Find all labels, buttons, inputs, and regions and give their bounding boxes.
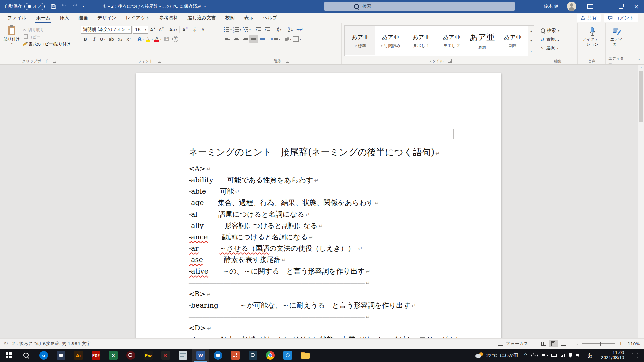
paragraph-dialog-launcher[interactable] xyxy=(286,59,289,63)
style-item-1[interactable]: あア亜↵行間詰め xyxy=(375,26,406,56)
avatar[interactable] xyxy=(567,2,576,11)
subscript-button[interactable]: x₂ xyxy=(116,35,124,43)
style-item-3[interactable]: あア亜見出し 2 xyxy=(436,26,467,56)
tray-cloud-button[interactable] xyxy=(529,354,540,357)
bullets-dropdown-icon[interactable]: ▾ xyxy=(230,28,232,31)
clear-formatting-button[interactable]: A◇ xyxy=(181,25,190,34)
tab-7[interactable]: 差し込み文書 xyxy=(183,13,221,23)
italic-button[interactable]: I xyxy=(90,35,98,43)
taskbar-app-explorer[interactable] xyxy=(297,349,314,362)
clock[interactable]: 11:03 2021/08/13 xyxy=(597,350,628,360)
tab-8[interactable]: 校閲 xyxy=(221,13,239,23)
search-box[interactable]: 検索 xyxy=(324,2,515,11)
taskbar-app-k-app[interactable]: K xyxy=(157,349,174,362)
taskbar-app-excel[interactable]: X xyxy=(105,349,122,362)
comments-button[interactable]: コメント xyxy=(604,14,638,22)
undo-button[interactable] xyxy=(61,4,67,9)
redo-button[interactable] xyxy=(72,4,78,9)
numbering-button[interactable]: 123▾ xyxy=(232,25,242,34)
taskbar-app-edge[interactable]: e xyxy=(35,349,52,362)
grow-font-button[interactable]: A▴ xyxy=(148,25,157,34)
styles-scroll-up-icon[interactable]: ▴ xyxy=(528,26,534,36)
enclose-characters-button[interactable]: A xyxy=(199,25,207,34)
numbering-dropdown-icon[interactable]: ▾ xyxy=(240,28,241,31)
bold-button[interactable]: B xyxy=(81,35,90,43)
taskbar-app-capture[interactable] xyxy=(244,349,262,362)
line-spacing-dropdown-icon[interactable]: ▾ xyxy=(279,38,280,41)
styles-expand-icon[interactable]: ▾ xyxy=(528,46,534,56)
style-item-4[interactable]: あア亜表題 xyxy=(467,26,497,56)
style-item-0[interactable]: あア亜↵標準 xyxy=(345,26,375,56)
styles-scroll-down-icon[interactable]: ▾ xyxy=(528,36,534,46)
multilevel-list-button[interactable]: ▾ xyxy=(242,25,251,34)
select-button[interactable]: ↖選択▾ xyxy=(541,44,575,52)
text-effects-button[interactable]: A▾ xyxy=(136,35,145,43)
zoom-slider-thumb[interactable] xyxy=(600,342,601,346)
paste-button[interactable]: 貼り付け ▾ xyxy=(3,26,21,47)
tab-10[interactable]: ヘルプ xyxy=(258,13,282,23)
close-button[interactable]: × xyxy=(629,0,644,13)
tray-volume-button[interactable] xyxy=(574,353,583,357)
taskbar-app-chat[interactable] xyxy=(209,349,227,362)
borders-button[interactable]: ▾ xyxy=(292,35,302,43)
action-center-button[interactable] xyxy=(628,349,642,362)
taskbar-app-pdf[interactable]: PDF xyxy=(87,349,105,362)
tray-wifi-button[interactable] xyxy=(559,354,567,357)
asian-layout-button[interactable]: ⇄A▾ xyxy=(275,25,283,34)
clipboard-dialog-launcher[interactable] xyxy=(53,59,56,63)
scroll-up-icon[interactable]: ▴ xyxy=(638,65,644,70)
focus-mode-button[interactable]: フォーカス xyxy=(498,341,528,347)
cut-button[interactable]: ✂切り取り xyxy=(23,27,70,33)
ext-format-dropdown-icon[interactable]: ▾ xyxy=(280,28,281,31)
taskbar-app-start[interactable] xyxy=(0,349,17,362)
taskbar-app-code-app[interactable] xyxy=(52,349,70,362)
multilevel-dropdown-icon[interactable]: ▾ xyxy=(249,28,251,31)
justify-button[interactable] xyxy=(249,35,258,43)
customize-qat-chevron-icon[interactable]: ▾ xyxy=(83,5,84,8)
font-size-combo[interactable]: 16▾ xyxy=(133,26,148,34)
scrollbar-thumb[interactable] xyxy=(639,71,643,122)
collapse-ribbon-icon[interactable]: ^ xyxy=(638,59,641,63)
font-family-combo[interactable]: 游明朝 (本文のフォン▾ xyxy=(81,26,132,34)
tab-4[interactable]: デザイン xyxy=(93,13,121,23)
borders-dropdown-icon[interactable]: ▾ xyxy=(300,38,301,41)
editor-button[interactable]: エディター xyxy=(608,27,625,47)
shading-button[interactable]: ▾ xyxy=(284,35,292,43)
taskbar-app-search[interactable] xyxy=(17,349,35,362)
zoom-out-button[interactable]: - xyxy=(576,341,578,347)
show-marks-button[interactable]: →↵ xyxy=(295,25,304,34)
taskbar-app-word[interactable]: W xyxy=(192,349,209,362)
strikethrough-button[interactable]: ab xyxy=(107,35,116,43)
format-painter-button[interactable]: 書式のコピー/貼り付け xyxy=(23,41,70,47)
tab-9[interactable]: 表示 xyxy=(239,13,258,23)
find-button[interactable]: 検索▾ xyxy=(541,27,575,34)
autosave-pill[interactable]: オフ xyxy=(24,3,45,10)
superscript-button[interactable]: x² xyxy=(124,35,133,43)
font-color-dropdown-icon[interactable]: ▾ xyxy=(160,38,161,41)
tab-2[interactable]: 挿入 xyxy=(55,13,74,23)
show-desktop-button[interactable] xyxy=(642,349,644,362)
status-doc-info[interactable]: ①－2：後ろにつける接尾辞: 約 1,984 文字 xyxy=(4,341,90,347)
highlight-dropdown-icon[interactable]: ▾ xyxy=(151,38,153,41)
zoom-slider[interactable] xyxy=(582,343,615,344)
phonetic-guide-button[interactable]: ア亜 xyxy=(190,25,199,34)
align-center-button[interactable] xyxy=(232,35,240,43)
vertical-scrollbar[interactable]: ▴ xyxy=(638,65,644,338)
web-layout-button[interactable] xyxy=(559,340,568,347)
character-shading-button[interactable]: A xyxy=(162,35,171,43)
distribute-button[interactable] xyxy=(258,35,267,43)
align-left-button[interactable] xyxy=(223,35,232,43)
tab-6[interactable]: 参考資料 xyxy=(155,13,183,23)
taskbar-app-chrome[interactable] xyxy=(262,349,279,362)
shading-dropdown-icon[interactable]: ▾ xyxy=(290,38,291,41)
shrink-font-button[interactable]: A▾ xyxy=(157,25,166,34)
line-spacing-button[interactable]: ⇅▾ xyxy=(270,35,281,43)
dictate-button[interactable]: ディクテーション xyxy=(580,27,604,47)
user-name[interactable]: 鈴木 健一 xyxy=(544,3,563,9)
read-mode-button[interactable] xyxy=(539,340,548,347)
paste-dropdown-icon[interactable]: ▾ xyxy=(11,42,12,45)
change-case-button[interactable]: Aa▾ xyxy=(169,25,178,34)
style-item-2[interactable]: あア亜見出し 1 xyxy=(406,26,436,56)
tray-shield-button[interactable] xyxy=(567,353,574,358)
font-dialog-launcher[interactable] xyxy=(158,59,161,63)
